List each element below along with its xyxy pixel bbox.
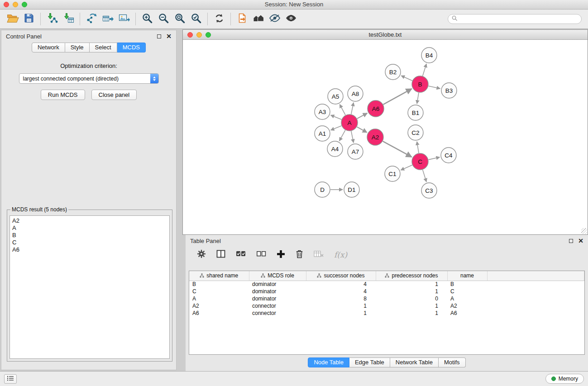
table-cell[interactable]: A2	[447, 302, 487, 310]
table-cell[interactable]: C	[447, 288, 487, 295]
network-edge-A-A6[interactable]	[357, 113, 368, 119]
tab-mcds[interactable]: MCDS	[117, 43, 146, 52]
table-cell[interactable]: dominator	[249, 288, 306, 295]
apply-layout-button[interactable]	[211, 11, 227, 27]
network-edge-B-B1[interactable]	[417, 93, 419, 104]
network-edge-A-A3[interactable]	[331, 115, 342, 119]
task-history-button[interactable]	[4, 374, 17, 384]
table-cell[interactable]: 1	[306, 302, 376, 310]
float-panel-icon[interactable]	[569, 239, 573, 243]
table-cell[interactable]: 1	[376, 310, 447, 317]
network-node-A6[interactable]: A6	[368, 100, 384, 117]
table-cell[interactable]: 1	[376, 281, 447, 288]
close-window-button[interactable]	[4, 2, 9, 7]
search-input[interactable]	[460, 16, 578, 22]
network-edge-A2-C[interactable]	[383, 141, 412, 157]
show-columns-button[interactable]	[216, 250, 225, 260]
network-edge-B-B3[interactable]	[429, 86, 440, 89]
memory-button[interactable]: Memory	[545, 374, 584, 384]
network-node-B1[interactable]: B1	[408, 105, 423, 120]
network-edge-C-C4[interactable]	[429, 157, 440, 160]
table-settings-button[interactable]	[197, 249, 206, 260]
network-node-B2[interactable]: B2	[385, 64, 401, 80]
close-panel-icon[interactable]: ✕	[166, 34, 172, 38]
network-node-D1[interactable]: D1	[344, 182, 359, 197]
tab-edge-table[interactable]: Edge Table	[349, 357, 390, 367]
float-panel-icon[interactable]	[157, 34, 161, 38]
table-cell[interactable]: connector	[249, 310, 306, 317]
home-button[interactable]	[250, 11, 267, 27]
mcds-result-item[interactable]: B	[12, 232, 167, 239]
tab-motifs[interactable]: Motifs	[439, 357, 466, 367]
network-edge-A-A7[interactable]	[351, 131, 354, 143]
select-all-columns-button[interactable]	[236, 251, 246, 259]
table-cell[interactable]: 0	[376, 295, 447, 302]
network-node-A2[interactable]: A2	[367, 129, 383, 145]
close-panel-icon[interactable]: ✕	[578, 238, 583, 243]
zoom-fit-button[interactable]	[172, 11, 188, 27]
table-row[interactable]: A2connector11A2	[189, 302, 584, 310]
table-cell[interactable]: 1	[306, 310, 376, 317]
column-header-predecessor-nodes[interactable]: predecessor nodes	[376, 271, 447, 281]
network-edge-B-B2[interactable]	[401, 76, 412, 81]
network-node-A5[interactable]: A5	[328, 89, 343, 104]
network-edge-B-B4[interactable]	[423, 64, 426, 76]
run-mcds-button[interactable]: Run MCDS	[41, 90, 85, 100]
optimization-criterion-select[interactable]: largest connected component (directed)	[19, 73, 159, 84]
mcds-result-item[interactable]: A	[12, 224, 167, 232]
export-image-button[interactable]	[116, 11, 132, 27]
tab-network[interactable]: Network	[32, 43, 65, 52]
table-cell[interactable]: 4	[306, 281, 376, 288]
table-cell[interactable]: B	[447, 281, 487, 288]
import-table-button[interactable]	[60, 11, 76, 27]
network-edge-C-C1[interactable]	[401, 165, 412, 170]
table-cell[interactable]: A6	[447, 310, 487, 317]
network-node-A3[interactable]: A3	[315, 104, 330, 119]
network-node-D[interactable]: D	[315, 182, 330, 197]
network-edge-A-A2[interactable]	[357, 127, 367, 132]
save-session-button[interactable]	[21, 11, 37, 27]
tab-style[interactable]: Style	[65, 43, 90, 52]
tab-network-table[interactable]: Network Table	[390, 357, 439, 367]
table-cell[interactable]: 8	[306, 295, 376, 302]
network-node-B3[interactable]: B3	[441, 83, 457, 98]
export-table-button[interactable]	[100, 11, 116, 27]
table-row[interactable]: A6connector11A6	[189, 310, 584, 317]
column-header-mcds-role[interactable]: MCDS role	[249, 271, 306, 281]
export-network-button[interactable]	[83, 11, 100, 27]
network-edge-A-A8[interactable]	[351, 103, 354, 114]
zoom-out-button[interactable]	[155, 11, 172, 27]
network-edge-C-C3[interactable]	[423, 170, 426, 182]
table-cell[interactable]: 1	[376, 302, 447, 310]
network-node-B[interactable]: B	[412, 76, 428, 92]
network-maximize-button[interactable]	[206, 32, 211, 38]
network-node-C1[interactable]: C1	[385, 166, 400, 181]
network-node-A4[interactable]: A4	[327, 141, 343, 157]
network-node-C[interactable]: C	[412, 153, 428, 170]
network-close-button[interactable]	[187, 32, 193, 38]
tab-select[interactable]: Select	[90, 43, 117, 52]
table-cell[interactable]: dominator	[249, 295, 306, 302]
network-node-A1[interactable]: A1	[315, 126, 330, 141]
network-node-A8[interactable]: A8	[348, 86, 363, 101]
table-cell[interactable]: 4	[306, 288, 376, 295]
table-cell[interactable]: dominator	[249, 281, 306, 288]
delete-table-button[interactable]	[314, 250, 324, 259]
table-row[interactable]: Adominator80A	[189, 295, 584, 302]
column-header-successor-nodes[interactable]: successor nodes	[306, 271, 376, 281]
minimize-window-button[interactable]	[13, 2, 18, 7]
network-canvas[interactable]: B4B2BB3A8A5A6A3B1AC2A1A2A4A7C4CC1DD1C3	[183, 40, 588, 234]
import-network-button[interactable]	[44, 11, 60, 27]
table-row[interactable]: Cdominator41C	[189, 288, 584, 295]
close-panel-button[interactable]: Close panel	[91, 90, 137, 100]
table-cell[interactable]: A2	[189, 302, 249, 310]
table-cell[interactable]: 1	[376, 288, 447, 295]
table-cell[interactable]: C	[189, 288, 249, 295]
table-cell[interactable]: A	[189, 295, 249, 302]
network-edge-A6-B[interactable]	[383, 89, 412, 105]
show-hide-panels-button[interactable]	[283, 11, 299, 27]
network-node-A[interactable]: A	[341, 114, 358, 131]
network-node-B4[interactable]: B4	[421, 48, 437, 63]
network-minimize-button[interactable]	[196, 32, 202, 38]
table-cell[interactable]: A6	[189, 310, 249, 317]
